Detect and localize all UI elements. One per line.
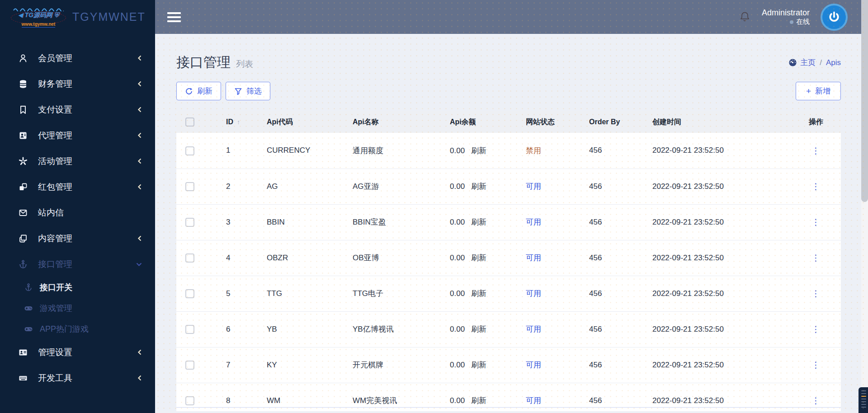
sidebar-item-label: 红包管理 [38, 181, 72, 193]
main-content: 接口管理 列表 主页 / Apis 刷新 筛选 + 新增 [155, 34, 861, 413]
boat-icon: ◀ [18, 11, 25, 19]
sidebar-item-activity[interactable]: 活动管理 [0, 148, 155, 174]
status-badge[interactable]: 可用 [526, 182, 541, 191]
balance-refresh-link[interactable]: 刷新 [471, 146, 486, 155]
cell-created: 2022-09-21 23:52:50 [642, 347, 791, 383]
row-actions-menu-icon[interactable]: ⋮ [811, 182, 821, 191]
id-card-icon [18, 347, 28, 357]
row-checkbox[interactable] [185, 325, 194, 334]
status-badge[interactable]: 可用 [526, 361, 541, 369]
row-actions-menu-icon[interactable]: ⋮ [811, 253, 821, 263]
row-actions-menu-icon[interactable]: ⋮ [811, 289, 821, 298]
breadcrumb-separator: / [820, 58, 822, 67]
balance-refresh-link[interactable]: 刷新 [471, 361, 486, 369]
table-row: 5 TTG TTG电子 0.00刷新 可用 456 2022-09-21 23:… [176, 276, 841, 311]
status-badge[interactable]: 可用 [526, 218, 541, 226]
balance-refresh-link[interactable]: 刷新 [471, 396, 486, 405]
row-actions-menu-icon[interactable]: ⋮ [811, 324, 821, 334]
agent-card-icon [18, 131, 28, 141]
sidebar-item-finance[interactable]: 财务管理 [0, 71, 155, 97]
sidebar-item-label: 支付设置 [38, 104, 72, 116]
add-button[interactable]: + 新增 [796, 82, 841, 100]
vertical-scrollbar-thumb[interactable] [861, 0, 868, 202]
row-actions-menu-icon[interactable]: ⋮ [811, 217, 821, 227]
sail-icon: ⛨ [52, 11, 59, 19]
cell-created: 2022-09-21 23:52:50 [642, 276, 791, 311]
cell-api-name: BBIN宝盈 [344, 204, 441, 240]
row-checkbox[interactable] [185, 361, 194, 370]
chevron-left-icon [137, 183, 142, 190]
breadcrumb-home-link[interactable]: 主页 [788, 57, 816, 68]
row-checkbox[interactable] [185, 253, 194, 263]
bookmark-icon [18, 105, 28, 115]
cell-api-name: 开元棋牌 [344, 347, 441, 383]
sidebar-item-label: 会员管理 [38, 52, 72, 64]
cell-api-code: YB [258, 311, 344, 347]
cell-api-code: BBIN [258, 204, 344, 240]
table-row: 3 BBIN BBIN宝盈 0.00刷新 可用 456 2022-09-21 2… [176, 204, 841, 240]
user-info[interactable]: Administrator 在线 [762, 8, 810, 26]
sidebar-item-label: 开发工具 [38, 372, 72, 384]
status-badge[interactable]: 可用 [526, 325, 541, 333]
col-id[interactable]: ID↑ [217, 111, 258, 133]
plus-icon: + [806, 87, 811, 95]
sidebar-item-payment[interactable]: 支付设置 [0, 97, 155, 122]
sidebar-item-api[interactable]: 接口管理 [0, 251, 155, 277]
row-checkbox[interactable] [185, 289, 194, 298]
refresh-icon [185, 87, 193, 95]
vertical-scrollbar [861, 0, 868, 413]
sidebar-item-mail[interactable]: 站内信 [0, 200, 155, 225]
status-badge[interactable]: 可用 [526, 396, 541, 405]
topbar: Administrator 在线 [155, 0, 861, 34]
table-row: 2 AG AG亚游 0.00刷新 可用 456 2022-09-21 23:52… [176, 169, 841, 204]
table-row: 1 CURRENCY 通用额度 0.00刷新 禁用 456 2022-09-21… [176, 133, 841, 169]
row-checkbox[interactable] [185, 218, 194, 227]
sidebar-subitem-label: 接口开关 [40, 282, 72, 293]
col-api-name: Api名称 [344, 111, 441, 133]
col-api-balance: Api余额 [441, 111, 515, 133]
keyboard-icon [18, 373, 28, 383]
balance-refresh-link[interactable]: 刷新 [471, 218, 486, 226]
sidebar-toggle-button[interactable] [167, 12, 181, 22]
sort-asc-icon: ↑ [237, 118, 240, 126]
balance-refresh-link[interactable]: 刷新 [471, 182, 486, 191]
sidebar-item-content[interactable]: 内容管理 [0, 225, 155, 251]
row-checkbox[interactable] [185, 146, 194, 155]
sidebar-item-red-packet[interactable]: 红包管理 [0, 174, 155, 200]
brand-logo[interactable]: ◀ TG源码网 ⛨ www.tgymw.net TGYMWNET [0, 0, 155, 34]
cell-api-code: CURRENCY [258, 133, 344, 169]
sidebar-item-admin-settings[interactable]: 管理设置 [0, 339, 155, 365]
notification-bell-icon[interactable] [739, 10, 751, 23]
refresh-button[interactable]: 刷新 [176, 82, 221, 100]
row-actions-menu-icon[interactable]: ⋮ [811, 396, 821, 405]
sidebar-subitem-game-management[interactable]: 游戏管理 [0, 298, 155, 319]
row-actions-menu-icon[interactable]: ⋮ [811, 360, 821, 370]
row-actions-menu-icon[interactable]: ⋮ [811, 146, 821, 155]
cell-id: 6 [217, 311, 258, 347]
sidebar-item-dev-tools[interactable]: 开发工具 [0, 365, 155, 391]
select-all-checkbox[interactable] [185, 117, 194, 127]
filter-button[interactable]: 筛选 [226, 82, 270, 100]
status-badge[interactable]: 禁用 [526, 146, 541, 155]
scroll-minimap-widget[interactable] [859, 387, 868, 413]
chevron-left-icon [137, 55, 142, 61]
cell-balance: 0.00刷新 [441, 347, 515, 383]
balance-refresh-link[interactable]: 刷新 [471, 325, 486, 333]
status-badge[interactable]: 可用 [526, 289, 541, 298]
horizontal-scroll-track[interactable] [176, 407, 841, 411]
row-checkbox[interactable] [185, 182, 194, 191]
sidebar-subitem-app-hot-games[interactable]: APP热门游戏 [0, 319, 155, 339]
cell-id: 1 [217, 133, 258, 169]
cell-order: 456 [579, 347, 642, 383]
status-badge[interactable]: 可用 [526, 253, 541, 262]
sidebar-subitem-api-switch[interactable]: 接口开关 [0, 277, 155, 298]
breadcrumb-current[interactable]: Apis [826, 58, 841, 67]
sidebar-item-members[interactable]: 会员管理 [0, 45, 155, 71]
avatar-power-button[interactable] [821, 4, 848, 31]
sidebar-item-agent[interactable]: 代理管理 [0, 122, 155, 148]
table-header-row: ID↑ Api代码 Api名称 Api余额 网站状态 Order By 创建时间… [176, 111, 841, 133]
sidebar-item-label: 内容管理 [38, 233, 72, 244]
balance-refresh-link[interactable]: 刷新 [471, 289, 486, 298]
row-checkbox[interactable] [185, 396, 194, 405]
balance-refresh-link[interactable]: 刷新 [471, 253, 486, 262]
